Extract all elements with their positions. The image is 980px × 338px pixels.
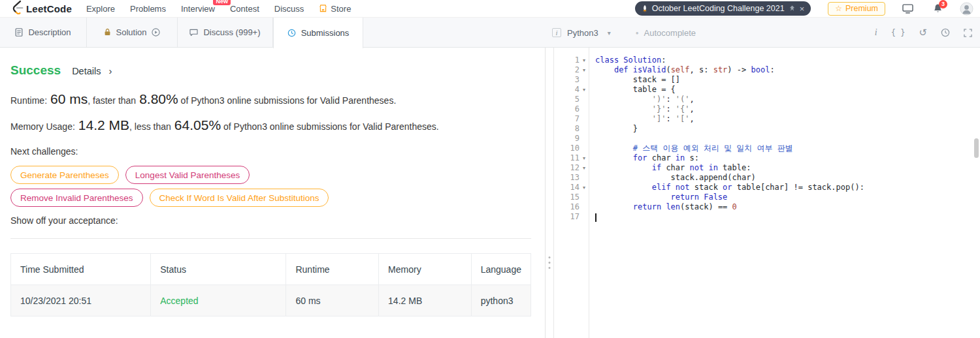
resizer-handle-icon xyxy=(549,253,551,272)
language-info-icon[interactable]: i xyxy=(552,28,561,37)
code-line[interactable]: return len(stack) == 0 xyxy=(595,202,972,212)
tab-solution[interactable]: Solution xyxy=(87,18,178,47)
code-area[interactable]: class Solution: def isValid(self, s: str… xyxy=(595,55,972,338)
leetcode-logo-icon xyxy=(10,0,24,17)
nav-contest[interactable]: Contest xyxy=(230,4,259,14)
leetcode-logo[interactable]: LeetCode xyxy=(10,0,72,17)
tab-submissions[interactable]: Submissions xyxy=(273,18,363,48)
panel-resizer[interactable] xyxy=(545,48,554,338)
code-token: elif xyxy=(652,183,671,192)
code-token: return xyxy=(633,202,661,211)
fold-arrow-icon[interactable]: ▾ xyxy=(580,163,589,173)
editor-scrollbar[interactable] xyxy=(974,138,979,158)
nav-interview[interactable]: Interview New xyxy=(181,4,215,14)
nav-explore[interactable]: Explore xyxy=(86,4,115,14)
line-number: 5 xyxy=(575,95,580,104)
star-icon: ☆ xyxy=(835,4,842,13)
code-line[interactable]: # 스택 이용 예외 처리 및 일치 여부 판별 xyxy=(595,144,972,153)
code-line[interactable] xyxy=(595,134,972,144)
fullscreen-icon[interactable] xyxy=(964,29,972,37)
format-code-icon[interactable]: { } xyxy=(891,28,906,37)
code-token: ')' xyxy=(652,95,666,104)
code-line[interactable]: ')': '(', xyxy=(595,95,972,104)
challenge-pill[interactable]: Remove Invalid Parentheses xyxy=(10,189,143,207)
gutter-line: 7 xyxy=(554,114,589,124)
code-line[interactable]: table = { xyxy=(595,85,972,95)
editor-gutter: 1▾2▾34▾567891011▾12▾1314▾151617 xyxy=(554,48,589,338)
cell-status-accepted[interactable]: Accepted xyxy=(151,285,286,316)
nav-store[interactable]: Store xyxy=(319,4,351,14)
premium-button[interactable]: ☆ Premium xyxy=(828,2,885,16)
code-token: not xyxy=(690,163,704,172)
code-token xyxy=(595,104,652,114)
code-line[interactable]: class Solution: xyxy=(595,55,972,65)
gutter-line: 6 xyxy=(554,104,589,114)
code-line[interactable]: ']': '[', xyxy=(595,114,972,124)
challenge-pill[interactable]: Longest Valid Parentheses xyxy=(125,166,250,184)
code-token: False xyxy=(704,192,727,202)
gutter-line: 15 xyxy=(554,192,589,202)
gutter-line[interactable]: 12▾ xyxy=(554,163,589,173)
new-badge: New xyxy=(213,0,231,5)
main-nav: Explore Problems Interview New Contest D… xyxy=(86,4,366,14)
top-navbar: LeetCode Explore Problems Interview New … xyxy=(0,0,980,18)
notification-count-badge: 3 xyxy=(939,0,947,8)
code-line[interactable]: } xyxy=(595,124,972,134)
fold-arrow-icon[interactable]: ▾ xyxy=(580,153,589,163)
notifications-bell-icon[interactable]: 3 xyxy=(933,3,943,14)
code-line[interactable]: stack = [] xyxy=(595,75,972,85)
code-line[interactable] xyxy=(595,212,972,222)
challenge-banner[interactable]: October LeetCoding Challenge 2021 × xyxy=(635,1,811,16)
result-panel: Success Details › Runtime:60 ms, faster … xyxy=(0,48,545,338)
avatar[interactable] xyxy=(960,2,973,16)
banner-close-icon[interactable]: × xyxy=(800,4,805,14)
nav-discuss[interactable]: Discuss xyxy=(274,4,304,14)
details-label: Details xyxy=(72,66,101,76)
code-token: } xyxy=(595,124,638,133)
language-select[interactable]: Python3 xyxy=(567,28,598,38)
fold-arrow-icon[interactable]: ▾ xyxy=(580,55,589,65)
fold-arrow-icon[interactable]: ▾ xyxy=(580,65,589,75)
code-line[interactable]: '}': '{', xyxy=(595,104,972,114)
cell-memory: 14.2 MB xyxy=(379,285,472,316)
code-line[interactable]: return False xyxy=(595,192,972,202)
tab-discuss[interactable]: Discuss (999+) xyxy=(178,18,273,47)
premium-label: Premium xyxy=(845,4,878,13)
code-token: : xyxy=(661,55,666,65)
gutter-line: 9 xyxy=(554,134,589,144)
chevron-down-icon[interactable]: ▾ xyxy=(608,29,611,37)
code-line[interactable]: for char in s: xyxy=(595,153,972,163)
code-token: char xyxy=(661,163,689,172)
online-interview-icon[interactable] xyxy=(902,4,913,14)
info-icon[interactable]: i xyxy=(875,27,877,38)
fold-arrow-icon[interactable]: ▾ xyxy=(580,85,589,95)
code-line[interactable]: if char not in table: xyxy=(595,163,972,173)
details-link[interactable]: Details › xyxy=(72,65,112,76)
gutter-line[interactable]: 1▾ xyxy=(554,55,589,65)
gutter-line: 5 xyxy=(554,95,589,104)
code-token: if xyxy=(652,163,661,172)
challenge-pill[interactable]: Check If Word Is Valid After Substitutio… xyxy=(150,189,329,207)
gutter-line[interactable]: 11▾ xyxy=(554,153,589,163)
gutter-line[interactable]: 14▾ xyxy=(554,183,589,192)
code-token: : xyxy=(666,104,675,114)
line-number: 13 xyxy=(570,173,580,183)
timer-icon[interactable] xyxy=(941,28,950,37)
code-line[interactable]: def isValid(self, s: str) -> bool: xyxy=(595,65,972,75)
code-line[interactable]: stack.append(char) xyxy=(595,173,972,183)
code-token xyxy=(595,163,652,172)
reset-code-icon[interactable]: ↺ xyxy=(919,27,927,38)
code-token: class xyxy=(595,55,619,65)
gutter-line[interactable]: 4▾ xyxy=(554,85,589,95)
autocomplete-toggle-icon[interactable]: ● xyxy=(636,30,639,36)
nav-problems[interactable]: Problems xyxy=(130,4,166,14)
line-number: 2 xyxy=(575,65,580,75)
challenge-pill[interactable]: Generate Parentheses xyxy=(10,166,119,184)
fold-arrow-icon[interactable]: ▾ xyxy=(580,183,589,192)
code-editor[interactable]: 1▾2▾34▾567891011▾12▾1314▾151617 class So… xyxy=(554,48,980,338)
code-token: stack = [] xyxy=(595,75,680,84)
tab-description[interactable]: Description xyxy=(0,18,87,47)
line-number: 8 xyxy=(575,124,580,134)
gutter-line[interactable]: 2▾ xyxy=(554,65,589,75)
code-line[interactable]: elif not stack or table[char] != stack.p… xyxy=(595,183,972,192)
